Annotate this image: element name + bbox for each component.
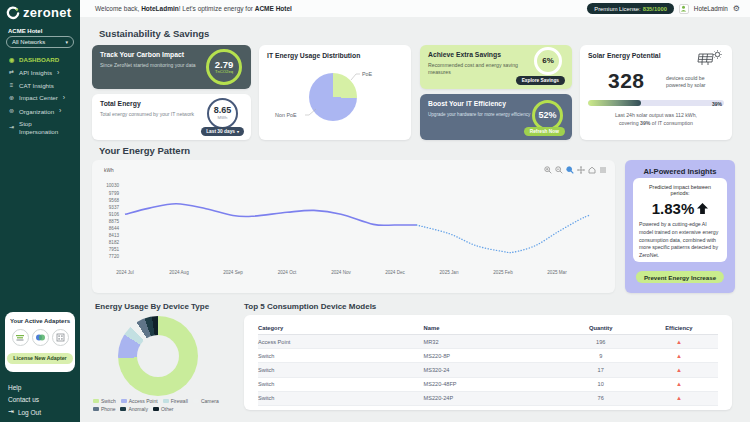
extra-savings-ring: 6%: [534, 47, 562, 75]
boost-value: 52%: [538, 111, 556, 120]
cell-efficiency: ▲: [640, 377, 718, 391]
legend-label: Camera: [201, 398, 219, 404]
legend-label: Anomaly: [128, 406, 147, 412]
ai-description: Powered by a cutting-edge AI model train…: [639, 221, 721, 260]
sidebar-nav: ◉DASHBOARD⇄API Insights›≡CAT Insights⊛Im…: [0, 54, 80, 138]
logo[interactable]: zeronet: [6, 5, 71, 20]
solar-footnote-pre: covering: [619, 120, 640, 126]
device-table-card: Category Name Quantity Efficiency Access…: [244, 315, 732, 410]
series-forecast: [417, 215, 590, 252]
top-right-cluster: Premium License: 835/1000 HoteLadmin ⚙: [587, 3, 740, 14]
sidebar: zeronet ACME Hotel All Networks ▾ ◉DASHB…: [0, 0, 80, 422]
sidebar-item-impact-center[interactable]: ⊛Impact Center›: [0, 92, 80, 105]
network-selector-value: All Networks: [12, 39, 45, 45]
cell-name: MS220-24P: [424, 391, 562, 405]
col-category: Category: [258, 321, 424, 335]
network-selector[interactable]: All Networks ▾: [6, 36, 74, 48]
legend-item-other[interactable]: Other: [153, 406, 174, 412]
sidebar-item-stop-impersonation[interactable]: ⇥Stop Impersonation: [0, 118, 80, 138]
cell-efficiency: ▲: [640, 363, 718, 377]
prevent-energy-increase-label: Prevent Energy Increase: [644, 274, 716, 281]
license-value: 835/1000: [643, 6, 667, 12]
organization-icon: ⊚: [8, 108, 15, 115]
device-table: Category Name Quantity Efficiency Access…: [258, 321, 718, 406]
legend-label: Other: [161, 406, 174, 412]
cell-quantity: 196: [562, 335, 640, 349]
user-avatar[interactable]: [679, 4, 689, 14]
legend-swatch: [121, 399, 127, 404]
energy-pattern-section-title: Your Energy Pattern: [99, 145, 190, 156]
donut-hole: [137, 335, 179, 377]
prevent-energy-increase-button[interactable]: Prevent Energy Increase: [636, 271, 724, 283]
extra-savings-card: Achieve Extra Savings Recommended cost a…: [420, 45, 572, 89]
carbon-card-description: Since ZeroNet started monitoring your da…: [100, 62, 198, 69]
cell-name: MS220-48FP: [424, 377, 562, 391]
refresh-now-button[interactable]: Refresh Now: [524, 127, 565, 136]
dashboard-icon: ◉: [8, 57, 15, 64]
explore-savings-label: Explore Savings: [522, 78, 559, 83]
boost-description: Upgrade your hardware for more energy ef…: [428, 112, 530, 118]
help-link[interactable]: Help: [8, 384, 21, 391]
legend-item-access-point[interactable]: Access Point: [121, 398, 158, 404]
cell-quantity: 17: [562, 363, 640, 377]
adapter-meraki-logo: [12, 329, 29, 346]
legend-item-firewall[interactable]: Firewall: [163, 398, 188, 404]
col-efficiency: Efficiency: [640, 321, 718, 335]
legend-item-switch[interactable]: Switch: [93, 398, 116, 404]
sidebar-item-organization[interactable]: ⊚Organization›: [0, 105, 80, 118]
pie-leader-lines: [259, 45, 411, 140]
cat-insights-icon: ≡: [8, 82, 15, 89]
total-energy-description: Total energy consumed by your IT network: [100, 111, 198, 118]
sidebar-item-label: Stop Impersonation: [19, 120, 72, 135]
sidebar-item-api-insights[interactable]: ⇄API Insights›: [0, 66, 80, 79]
legend-item-anomaly[interactable]: Anomaly: [120, 406, 147, 412]
sidebar-item-dashboard[interactable]: ◉DASHBOARD: [0, 54, 80, 66]
solar-value-caption: devices could be powered by solar: [666, 75, 710, 89]
legend-swatch: [93, 399, 99, 404]
logout-link[interactable]: ⇥ Log Out: [8, 408, 41, 416]
device-type-section-title: Energy Usage By Device Type: [95, 302, 209, 311]
boost-title: Boost Your IT Efficiency: [428, 100, 506, 107]
device-table-body: Access PointMR32196▲SwitchMS220-8P9▲Swit…: [258, 335, 718, 406]
table-row: SwitchMS320-2417▲: [258, 363, 718, 377]
chevron-down-icon: ▾: [65, 39, 68, 45]
license-new-adapter-button[interactable]: License New Adapter: [7, 353, 72, 364]
ai-prediction-card: Predicted impact between periods: 1.83% …: [633, 178, 727, 262]
contact-link[interactable]: Contact us: [8, 396, 39, 403]
chevron-down-icon: ▾: [237, 129, 239, 134]
sidebar-item-label: API Insights: [19, 69, 52, 76]
sidebar-item-label: Impact Center: [19, 94, 58, 101]
solar-value: 328: [608, 69, 645, 93]
cell-category: Switch: [258, 391, 424, 405]
cell-quantity: 9: [562, 349, 640, 363]
legend-item-camera[interactable]: Camera: [193, 398, 219, 404]
sidebar-item-cat-insights[interactable]: ≡CAT Insights: [0, 79, 80, 91]
total-energy-card: Total Energy Total energy consumed by yo…: [92, 94, 251, 140]
license-label: Premium License:: [594, 6, 640, 12]
pie-label-poe: PoE: [362, 71, 372, 77]
explore-savings-button[interactable]: Explore Savings: [516, 76, 565, 85]
api-icon: ⇄: [8, 69, 15, 76]
legend-item-phone[interactable]: Phone: [93, 406, 115, 412]
date-range-button[interactable]: Last 30 days ▾: [201, 127, 244, 136]
legend-label: Switch: [101, 398, 116, 404]
user-name[interactable]: HoteLadmin: [694, 5, 728, 12]
gear-icon[interactable]: ⚙: [733, 5, 740, 13]
cell-quantity: 76: [562, 391, 640, 405]
solar-footnote-line2: covering 39% of IT consumption: [580, 120, 732, 126]
arrow-up-icon: [697, 203, 708, 214]
energy-pattern-chart-card: kWh 100309799956893379106887586448413818…: [92, 160, 615, 293]
cell-category: Switch: [258, 349, 424, 363]
legend-label: Access Point: [129, 398, 158, 404]
premium-license-badge[interactable]: Premium License: 835/1000: [587, 3, 674, 14]
ai-panel-title: AI-Powered Insights: [625, 167, 735, 176]
help-link-label: Help: [8, 384, 21, 391]
solar-progress-label: 39%: [712, 101, 722, 107]
efficiency-warning-icon: ▲: [676, 395, 682, 401]
legend-row: PhoneAnomalyOther: [93, 406, 219, 412]
ai-value-row: 1.83%: [639, 200, 721, 217]
adapter-building-logo: [52, 329, 69, 346]
welcome-username: HoteLadmin: [141, 5, 179, 12]
carbon-unit: TnCO2eq: [215, 70, 233, 74]
efficiency-warning-icon: ▲: [676, 381, 682, 387]
